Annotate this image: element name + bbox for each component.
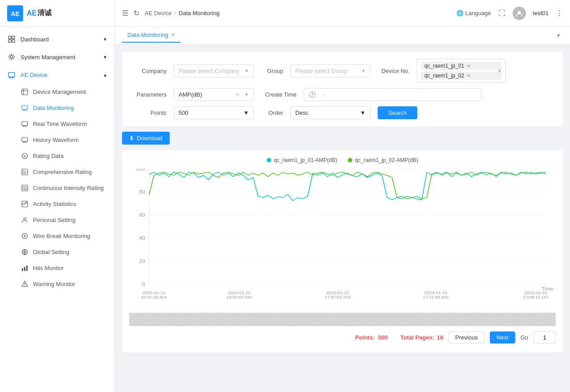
svg-point-16 xyxy=(24,218,26,220)
svg-text:10:47:18.924: 10:47:18.924 xyxy=(141,295,167,299)
device-tag-2-close[interactable]: ✕ xyxy=(467,73,471,79)
svg-rect-4 xyxy=(8,40,11,42)
language-button[interactable]: 🌐 Language xyxy=(456,10,491,16)
sidebar-item-system-label: System Management xyxy=(20,54,75,61)
tab-close-icon[interactable]: ✕ xyxy=(171,32,175,38)
group-select[interactable]: Please select Group ▼ xyxy=(290,65,370,77)
sidebar-item-ae-label: AE Device xyxy=(20,72,48,78)
sidebar-item-comp-label: Comprehensive Rating xyxy=(33,169,92,175)
total-pages-value: 18 xyxy=(437,334,443,341)
previous-button[interactable]: Previous xyxy=(448,331,484,344)
warning-icon xyxy=(20,280,28,288)
download-button[interactable]: ⬇ Download xyxy=(122,132,170,145)
sidebar-item-global-setting[interactable]: Global Setting xyxy=(0,244,114,260)
sidebar-item-device-management[interactable]: Device Management xyxy=(0,84,114,100)
sidebar-item-continuous-intensity[interactable]: Continuous Intensity Rating xyxy=(0,180,114,196)
sidebar-item-history-label: History Waveform xyxy=(33,137,79,143)
svg-text:60: 60 xyxy=(139,212,145,218)
date-input[interactable]: 🕐 - xyxy=(304,88,482,101)
logo: AE AE 清诚 xyxy=(0,0,114,27)
breadcrumb: AE Device / Data Monitoring xyxy=(145,10,220,16)
download-icon: ⬇ xyxy=(129,135,134,141)
sidebar-item-real-time-waveform[interactable]: Real Time Waveform xyxy=(0,116,114,132)
sidebar-item-wire-label: Wire Break Monitoring xyxy=(33,233,90,239)
sidebar-item-data-monitoring[interactable]: Data Monitoring xyxy=(0,100,114,116)
sidebar-item-intensity-label: Continuous Intensity Rating xyxy=(33,185,104,191)
svg-text:2023-01-10: 2023-01-10 xyxy=(424,290,447,295)
svg-text:Time: Time xyxy=(542,286,554,291)
clock-icon: 🕐 xyxy=(309,91,316,98)
sidebar-item-personal-label: Personal Setting xyxy=(33,217,75,223)
chevron-down-icon-sys: ▼ xyxy=(103,55,107,60)
filter-panel: Company Please select Company ▼ Group Pl… xyxy=(122,52,563,126)
go-label: Go xyxy=(521,334,528,341)
global-icon xyxy=(20,248,28,256)
refresh-icon[interactable]: ↻ xyxy=(134,9,139,17)
svg-text:18:00:57.591: 18:00:57.591 xyxy=(226,295,252,299)
points-value-info: 500 xyxy=(378,334,388,341)
sidebar-item-system-management[interactable]: System Management ▼ xyxy=(0,48,114,66)
legend-label-1: qc_raem1_jp_01-AMP(dB) xyxy=(274,157,337,163)
chart-scrollbar[interactable] xyxy=(129,313,556,326)
legend-item-1: qc_raem1_jp_01-AMP(dB) xyxy=(267,157,337,163)
svg-rect-19 xyxy=(22,268,23,271)
sidebar-item-global-label: Global Setting xyxy=(33,249,69,255)
svg-text:AE: AE xyxy=(11,10,19,17)
sidebar-item-hits-monitor[interactable]: Hits Monitor xyxy=(0,260,114,276)
hamburger-icon[interactable]: ☰ xyxy=(122,9,128,17)
company-dropdown-icon: ▼ xyxy=(244,69,249,73)
sidebar-item-activity-label: Activity Statistics xyxy=(33,201,76,207)
svg-text:40: 40 xyxy=(139,235,145,241)
sidebar-item-comprehensive-rating[interactable]: Comprehensive Rating xyxy=(0,164,114,180)
content-area: Company Please select Company ▼ Group Pl… xyxy=(115,44,570,392)
legend-dot-2 xyxy=(348,158,352,162)
sidebar-item-realtime-label: Real Time Waveform xyxy=(33,121,87,127)
params-value: AMP(dB) xyxy=(179,91,202,98)
sidebar-item-rating-data[interactable]: Rating Data xyxy=(0,148,114,164)
svg-rect-9 xyxy=(22,105,28,109)
points-dropdown-icon: ▼ xyxy=(243,109,249,116)
avatar xyxy=(513,7,526,20)
tab-data-monitoring[interactable]: Data Monitoring ✕ xyxy=(122,28,180,43)
sidebar-item-wire-break[interactable]: Wire Break Monitoring xyxy=(0,228,114,244)
order-label: Order xyxy=(261,109,283,116)
next-button[interactable]: Next xyxy=(490,331,515,344)
svg-text:20: 20 xyxy=(139,259,145,264)
fullscreen-icon[interactable]: ⛶ xyxy=(498,9,505,17)
points-label-info: Points: xyxy=(355,334,375,341)
tab-chevron-icon[interactable]: ▼ xyxy=(556,32,563,39)
sidebar-item-activity-statistics[interactable]: Activity Statistics xyxy=(0,196,114,212)
person-icon xyxy=(20,216,28,224)
svg-text:2023-01-10: 2023-01-10 xyxy=(326,290,349,295)
svg-text:0: 0 xyxy=(142,282,145,287)
sidebar: AE AE 清诚 Dashboard ▼ System Management ▼ xyxy=(0,0,115,392)
main-content: ☰ ↻ AE Device / Data Monitoring 🌐 Langua… xyxy=(115,0,570,392)
total-pages-label: Total Pages: xyxy=(400,334,434,341)
svg-text:2023-01-11: 2023-01-11 xyxy=(142,290,165,295)
device-no-container[interactable]: qc_raem1_jp_01 ✕ qc_raem1_jp_02 ✕ ▼ xyxy=(417,59,506,83)
company-select[interactable]: Please select Company ▼ xyxy=(174,65,254,77)
settings-icon xyxy=(7,53,16,61)
create-time-label: Create Time xyxy=(261,91,297,98)
sidebar-item-ae-device[interactable]: AE Device ▲ xyxy=(0,66,114,84)
svg-text:17:47:53.753: 17:47:53.753 xyxy=(325,295,350,299)
chart-area: 100 80 60 40 20 0 2023-01-11 10:47:18.92… xyxy=(129,169,556,311)
order-select[interactable]: Desc ▼ xyxy=(290,106,370,119)
pagination-points: Points: 500 xyxy=(355,334,388,341)
sidebar-item-warning-monitor[interactable]: Warning Monitor xyxy=(0,276,114,292)
search-button[interactable]: Search xyxy=(378,106,417,119)
params-close-icon[interactable]: ✕ xyxy=(236,92,239,97)
monitor-icon xyxy=(20,104,28,112)
intensity-icon xyxy=(20,184,28,192)
more-icon[interactable]: ⋮ xyxy=(556,9,563,17)
sidebar-item-history-waveform[interactable]: History Waveform xyxy=(0,132,114,148)
device-no-label: Device No. xyxy=(378,68,410,74)
chart-svg: 100 80 60 40 20 0 2023-01-11 10:47:18.92… xyxy=(129,169,556,302)
user-name: test01 xyxy=(533,10,549,16)
page-input[interactable] xyxy=(533,331,556,344)
params-select[interactable]: AMP(dB) ✕ ▼ xyxy=(174,88,254,101)
points-select[interactable]: 500 ▼ xyxy=(174,106,254,119)
sidebar-item-personal-setting[interactable]: Personal Setting xyxy=(0,212,114,228)
device-tag-1-close[interactable]: ✕ xyxy=(467,63,471,69)
sidebar-item-dashboard[interactable]: Dashboard ▼ xyxy=(0,30,114,48)
